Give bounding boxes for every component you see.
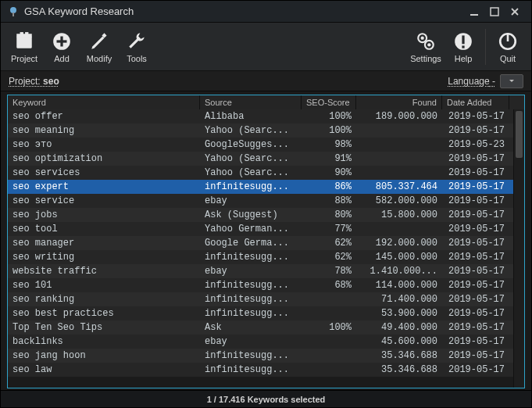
language-dropdown[interactable] [500, 74, 523, 88]
cell-source: ebay [200, 264, 302, 278]
cell-score: 62% [302, 236, 356, 250]
cell-keyword: website traffic [8, 264, 200, 278]
cell-score [302, 292, 356, 306]
svg-rect-1 [12, 13, 14, 16]
table-row[interactable]: seo servicesYahoo (Searc...90%2019-05-17 [8, 166, 513, 180]
cell-keyword: seo tool [8, 222, 200, 236]
project-button[interactable]: Project [5, 25, 43, 69]
subbar: Project: seo Language - [1, 71, 531, 91]
cell-date: 2019-05-17 [442, 292, 509, 306]
col-keyword[interactable]: Keyword [8, 95, 200, 109]
cell-keyword: Top Ten Seo Tips [8, 320, 200, 335]
cell-score: 78% [302, 264, 356, 278]
cell-keyword: seo offer [8, 109, 200, 123]
table-row[interactable]: Top Ten Seo TipsAsk100%49.400.0002019-05… [8, 320, 513, 335]
maximize-button[interactable] [484, 4, 505, 20]
language-label: Language [448, 76, 489, 87]
table-row[interactable]: seo meaningYahoo (Searc...100%2019-05-17 [8, 123, 513, 138]
table-row[interactable]: seo jobsAsk (Suggest)80%15.800.0002019-0… [8, 208, 513, 222]
cell-found [356, 222, 442, 236]
svg-rect-3 [491, 8, 498, 16]
cell-date: 2019-05-17 [442, 250, 509, 264]
col-score[interactable]: SEO-Score [302, 95, 356, 109]
cell-keyword: seo optimization [8, 152, 200, 166]
cell-score: 80% [302, 208, 356, 222]
cell-keyword: seo 101 [8, 278, 200, 292]
project-link[interactable]: Project: seo [9, 76, 59, 87]
cell-source: ebay [200, 194, 302, 208]
cell-found: 49.400.000 [356, 320, 442, 335]
project-name: seo [43, 76, 59, 87]
cell-score: 100% [302, 320, 356, 335]
cell-keyword: seo best practices [8, 306, 200, 320]
table-row[interactable]: seo optimizationYahoo (Searc...91%2019-0… [8, 152, 513, 166]
table-row[interactable]: seo rankinginfinitesugg...71.400.0002019… [8, 292, 513, 306]
cell-found: 1.410.000... [356, 264, 442, 278]
table-row[interactable]: seo serviceebay88%582.000.0002019-05-17 [8, 194, 513, 208]
table-row[interactable]: seo этоGoogleSugges...98%2019-05-23 [8, 138, 513, 152]
cell-source: Yahoo (Searc... [200, 123, 302, 138]
cell-source: Alibaba [200, 109, 302, 123]
app-icon [7, 5, 20, 18]
col-date[interactable]: Date Added [442, 95, 509, 109]
cell-date: 2019-05-17 [442, 278, 509, 292]
scrollbar[interactable] [513, 109, 524, 388]
status-bar: 1 / 17.416 Keywords selected [1, 390, 531, 407]
cell-found: 805.337.464 [356, 180, 442, 194]
chevron-down-icon [509, 78, 515, 84]
svg-rect-8 [20, 32, 23, 34]
table-row[interactable]: seo writinginfinitesugg...62%145.000.000… [8, 250, 513, 264]
table-row[interactable]: website trafficebay78%1.410.000...2019-0… [8, 264, 513, 278]
help-button[interactable]: Help [445, 25, 482, 69]
cell-source: Ask [200, 320, 302, 335]
modify-button[interactable]: Modify [80, 25, 118, 69]
table-row[interactable]: seo offerAlibaba100%189.000.0002019-05-1… [8, 109, 513, 123]
svg-point-0 [10, 7, 16, 13]
table-row[interactable]: seo lawinfinitesugg...35.346.6882019-05-… [8, 363, 513, 377]
cell-source: Google Germa... [200, 236, 302, 250]
table-body: seo offerAlibaba100%189.000.0002019-05-1… [8, 109, 513, 388]
table-row[interactable]: seo toolYahoo German...77%2019-05-17 [8, 222, 513, 236]
toolbar-separator [485, 29, 486, 65]
keyword-table: Keyword Source SEO-Score Found Date Adde… [7, 95, 525, 388]
cell-source: infinitesugg... [200, 250, 302, 264]
cell-date: 2019-05-17 [442, 349, 509, 363]
cell-source: Yahoo (Searc... [200, 166, 302, 180]
table-row[interactable]: seo 101infinitesugg...68%114.000.0002019… [8, 278, 513, 292]
cell-date: 2019-05-23 [442, 138, 509, 152]
col-found[interactable]: Found [356, 95, 442, 109]
svg-rect-7 [16, 34, 32, 37]
tools-button[interactable]: Tools [118, 25, 155, 69]
cell-score: 100% [302, 109, 356, 123]
add-icon [51, 30, 73, 52]
table-row[interactable]: seo managerGoogle Germa...62%192.000.000… [8, 236, 513, 250]
table-row[interactable]: seo jang hooninfinitesugg...35.346.68820… [8, 349, 513, 363]
cell-found: 15.800.000 [356, 208, 442, 222]
quit-button[interactable]: Quit [489, 25, 527, 69]
cell-date: 2019-05-17 [442, 264, 509, 278]
scroll-thumb[interactable] [516, 111, 523, 158]
add-label: Add [54, 54, 70, 63]
table-row[interactable]: seo expertinfinitesugg...86%805.337.4642… [8, 180, 513, 194]
table-row[interactable]: seo best practicesinfinitesugg...53.900.… [8, 306, 513, 320]
cell-source: GoogleSugges... [200, 138, 302, 152]
add-button[interactable]: Add [43, 25, 80, 69]
settings-button[interactable]: Settings [407, 25, 445, 69]
minimize-button[interactable] [464, 4, 484, 20]
cell-keyword: seo writing [8, 250, 200, 264]
cell-date: 2019-05-17 [442, 335, 509, 349]
col-source[interactable]: Source [200, 95, 302, 109]
toolbar: Project Add Modify Tools Settings Help Q… [1, 23, 531, 71]
cell-keyword: seo это [8, 138, 200, 152]
cell-score: 68% [302, 278, 356, 292]
cell-found [356, 152, 442, 166]
cell-score [302, 363, 356, 377]
svg-rect-20 [462, 45, 464, 48]
svg-rect-2 [470, 14, 478, 16]
cell-found: 53.900.000 [356, 306, 442, 320]
table-row[interactable]: backlinksebay45.600.0002019-05-17 [8, 335, 513, 349]
language-link[interactable]: Language - [448, 76, 495, 87]
cell-score: 86% [302, 180, 356, 194]
close-button[interactable] [505, 4, 525, 20]
cell-keyword: seo services [8, 166, 200, 180]
